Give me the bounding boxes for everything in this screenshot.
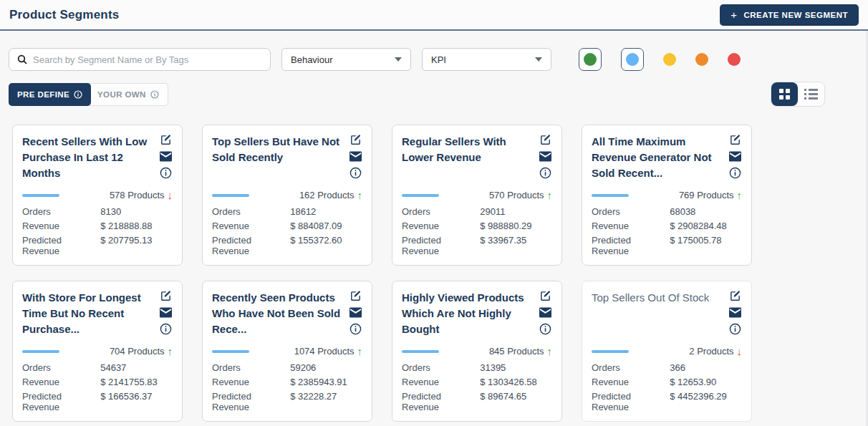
info-icon[interactable] bbox=[160, 323, 172, 335]
products-count-label: 2 Products bbox=[689, 346, 733, 357]
color-filter-yellow[interactable] bbox=[663, 53, 676, 66]
email-segment-icon[interactable] bbox=[349, 151, 362, 162]
info-icon[interactable] bbox=[539, 323, 551, 335]
card-header: Top Sellers But Have Not Sold Recently bbox=[212, 134, 362, 190]
filter-toolbar: Behaviour KPI bbox=[9, 48, 859, 71]
email-segment-icon[interactable] bbox=[729, 151, 741, 162]
revenue-label: Revenue bbox=[212, 221, 290, 231]
trend-up-icon: ↑ bbox=[737, 190, 743, 200]
segment-card[interactable]: Top Sellers Out Of Stock bbox=[582, 281, 752, 422]
card-meta: 704 Products ↑ bbox=[22, 346, 173, 357]
info-icon[interactable] bbox=[349, 323, 362, 335]
color-filter-green[interactable] bbox=[579, 48, 602, 71]
spark-line bbox=[402, 350, 439, 353]
segment-title: Highly Viewed Products Which Are Not Hig… bbox=[402, 290, 538, 346]
edit-segment-icon[interactable] bbox=[160, 290, 172, 302]
revenue-value: $ 988880.29 bbox=[480, 221, 531, 231]
predicted-revenue-row: Predicted Revenue $ 207795.13 bbox=[22, 235, 173, 256]
card-actions bbox=[728, 290, 742, 346]
card-meta: 2 Products ↓ bbox=[592, 346, 742, 357]
products-count: 1074 Products ↑ bbox=[294, 346, 362, 357]
info-icon[interactable] bbox=[349, 167, 362, 179]
card-header: Recently Seen Products Who Have Not Been… bbox=[212, 290, 362, 346]
revenue-value: $ 884087.09 bbox=[290, 221, 342, 231]
tab-your-own[interactable]: YOUR OWN bbox=[89, 83, 168, 106]
edit-segment-icon[interactable] bbox=[539, 134, 551, 146]
email-segment-icon[interactable] bbox=[349, 307, 362, 318]
email-segment-icon[interactable] bbox=[539, 151, 551, 162]
predicted-revenue-value: $ 207795.13 bbox=[100, 235, 152, 256]
segment-card[interactable]: Top Sellers But Have Not Sold Recently bbox=[202, 125, 372, 266]
card-actions bbox=[158, 290, 173, 346]
tab-pre-define[interactable]: PRE DEFINE bbox=[9, 83, 91, 106]
card-actions bbox=[158, 134, 173, 190]
revenue-label: Revenue bbox=[22, 221, 100, 231]
card-stats: Orders 29011 Revenue $ 988880.29 Predict… bbox=[402, 206, 552, 256]
segment-title: Top Sellers Out Of Stock bbox=[592, 290, 728, 346]
color-filter-red[interactable] bbox=[728, 53, 741, 66]
predicted-revenue-label: Predicted Revenue bbox=[212, 235, 290, 256]
segment-card[interactable]: With Store For Longest Time But No Recen… bbox=[12, 281, 183, 422]
search-input[interactable] bbox=[33, 54, 263, 65]
products-count-label: 769 Products bbox=[679, 190, 734, 200]
trend-down-icon: ↓ bbox=[737, 346, 743, 357]
orders-label: Orders bbox=[22, 362, 100, 373]
email-segment-icon[interactable] bbox=[160, 307, 172, 318]
segment-card[interactable]: Highly Viewed Products Which Are Not Hig… bbox=[392, 281, 562, 422]
behaviour-dropdown[interactable]: Behaviour bbox=[281, 48, 411, 71]
segment-card[interactable]: Recently Seen Products Who Have Not Been… bbox=[202, 281, 372, 422]
segment-card[interactable]: Regular Sellers With Lower Revenue bbox=[392, 125, 562, 266]
kpi-dropdown-value: KPI bbox=[431, 54, 446, 65]
edit-segment-icon[interactable] bbox=[349, 134, 362, 146]
revenue-row: Revenue $ 218888.88 bbox=[22, 221, 173, 231]
edit-segment-icon[interactable] bbox=[539, 290, 551, 302]
card-meta: 570 Products ↑ bbox=[402, 190, 552, 200]
orders-row: Orders 68038 bbox=[592, 206, 742, 217]
email-segment-icon[interactable] bbox=[160, 151, 172, 162]
orders-value: 59206 bbox=[290, 362, 316, 373]
revenue-value: $ 2141755.83 bbox=[100, 377, 158, 387]
edit-segment-icon[interactable] bbox=[729, 134, 741, 146]
card-stats: Orders 8130 Revenue $ 218888.88 Predicte… bbox=[22, 206, 173, 256]
color-filter-blue[interactable] bbox=[621, 48, 644, 71]
grid-view-button[interactable] bbox=[771, 82, 798, 106]
search-box[interactable] bbox=[9, 48, 271, 71]
color-filter-orange[interactable] bbox=[695, 53, 708, 66]
grid-view-icon bbox=[779, 89, 790, 100]
segment-card[interactable]: All Time Maximum Revenue Generator Not S… bbox=[582, 125, 752, 266]
card-meta: 845 Products ↑ bbox=[402, 346, 552, 357]
predicted-revenue-value: $ 32228.27 bbox=[290, 391, 337, 412]
list-view-button[interactable] bbox=[798, 82, 824, 106]
edit-segment-icon[interactable] bbox=[160, 134, 172, 146]
orders-label: Orders bbox=[592, 206, 670, 217]
email-segment-icon[interactable] bbox=[539, 307, 551, 318]
predicted-revenue-label: Predicted Revenue bbox=[592, 235, 670, 256]
card-meta: 578 Products ↓ bbox=[22, 190, 173, 200]
orders-row: Orders 59206 bbox=[212, 362, 362, 373]
info-icon[interactable] bbox=[729, 167, 741, 179]
edit-segment-icon[interactable] bbox=[729, 290, 741, 302]
red-dot-icon bbox=[728, 53, 741, 66]
segment-tabs: PRE DEFINE YOUR OWN bbox=[9, 83, 168, 106]
orders-value: 8130 bbox=[100, 206, 121, 217]
revenue-label: Revenue bbox=[402, 377, 480, 387]
predicted-revenue-row: Predicted Revenue $ 89674.65 bbox=[402, 391, 552, 412]
segment-card[interactable]: Recent Sellers With Low Purchase In Last… bbox=[12, 125, 183, 266]
create-new-segment-button[interactable]: + CREATE NEW SEGMENT bbox=[720, 4, 859, 26]
trend-down-icon: ↓ bbox=[168, 190, 173, 200]
revenue-label: Revenue bbox=[592, 221, 670, 231]
edit-segment-icon[interactable] bbox=[349, 290, 362, 302]
orders-row: Orders 29011 bbox=[402, 206, 552, 217]
email-segment-icon[interactable] bbox=[729, 307, 741, 318]
card-actions bbox=[538, 134, 552, 190]
spark-line bbox=[592, 350, 629, 353]
card-meta: 162 Products ↑ bbox=[212, 190, 362, 200]
revenue-value: $ 2385943.91 bbox=[290, 377, 347, 387]
tab-your-own-label: YOUR OWN bbox=[97, 90, 146, 99]
chevron-down-icon bbox=[535, 57, 542, 62]
info-icon[interactable] bbox=[729, 323, 741, 335]
kpi-dropdown[interactable]: KPI bbox=[422, 48, 551, 71]
info-icon[interactable] bbox=[539, 167, 551, 179]
info-icon[interactable] bbox=[160, 167, 172, 179]
trend-up-icon: ↑ bbox=[547, 346, 553, 357]
